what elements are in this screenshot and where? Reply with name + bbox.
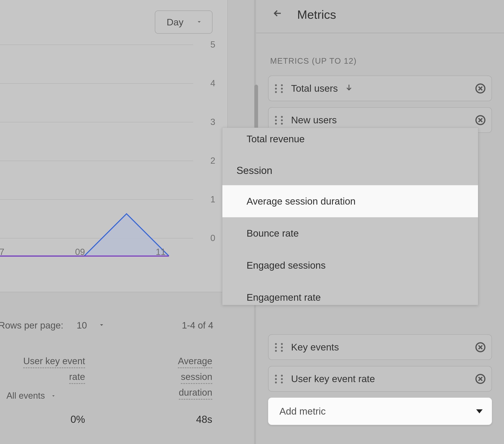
ytick: 4 [211, 78, 215, 88]
remove-metric-icon[interactable] [475, 83, 486, 93]
remove-metric-icon[interactable] [475, 115, 486, 125]
pager-row: Rows per page: 10 1-4 of 4 [0, 318, 213, 333]
ytick: 3 [211, 117, 215, 127]
drag-handle-icon[interactable]: ● ●● ●● ● [275, 374, 284, 383]
chevron-down-icon [98, 320, 105, 331]
back-arrow-icon[interactable] [272, 8, 283, 21]
drag-handle-icon[interactable]: ● ●● ●● ● [275, 343, 284, 352]
rows-per-page: Rows per page: 10 [0, 318, 107, 333]
sidebar-header: Metrics [256, 0, 504, 33]
metric-chip-key-events[interactable]: ● ●● ●● ● Key events [268, 334, 492, 360]
drag-handle-icon[interactable]: ● ●● ●● ● [275, 116, 284, 124]
rows-per-page-select[interactable]: 10 [75, 318, 107, 333]
ytick: 2 [211, 156, 215, 166]
dropdown-item-engagement-rate[interactable]: Engagement rate [222, 281, 478, 305]
metrics-count-label: METRICS (UP TO 12) [270, 56, 490, 66]
xtick: 07 [0, 247, 4, 257]
chip-label: Key events [291, 342, 339, 353]
chip-label: Total users [291, 83, 338, 94]
drag-handle-icon[interactable]: ● ●● ●● ● [275, 84, 284, 93]
chevron-down-icon [196, 17, 203, 28]
granularity-row: Day [1, 0, 219, 34]
remove-metric-icon[interactable] [475, 342, 486, 352]
xtick: 11 [156, 247, 166, 257]
dropdown-item-bounce-rate[interactable]: Bounce rate [222, 217, 478, 249]
remove-metric-icon[interactable] [475, 374, 486, 384]
metric-chip-user-key-event-rate[interactable]: ● ●● ●● ● User key event rate [268, 366, 492, 391]
table-row: 0% 48s [6, 414, 212, 425]
dropdown-item-average-session-duration[interactable]: Average session duration [222, 185, 478, 217]
plot-area: 5 4 3 2 1 0 07 09 11 [0, 44, 215, 257]
xtick: 09 [75, 247, 85, 257]
chart-card: Day 5 4 3 2 1 0 07 09 11 Rows per [0, 0, 228, 292]
metric-select-dropdown: Total revenue Session Average session du… [222, 127, 478, 305]
ytick: 5 [211, 39, 215, 50]
granularity-value: Day [166, 17, 183, 28]
cell-avg-session-duration: 48s [158, 414, 212, 425]
chip-label: User key event rate [291, 373, 375, 384]
filter-label: All events [6, 391, 45, 401]
chevron-down-icon [476, 409, 483, 413]
rows-per-page-label: Rows per page: [0, 320, 63, 331]
filter-all-events[interactable]: All events [6, 391, 85, 401]
line-plot [0, 44, 193, 257]
granularity-select[interactable]: Day [155, 11, 213, 34]
col-header-user-key-event-rate[interactable]: User key event rate All events [6, 353, 85, 401]
metric-chip-total-users[interactable]: ● ●● ●● ● Total users [268, 76, 492, 101]
chip-label: New users [291, 114, 337, 125]
chevron-down-icon [51, 391, 56, 401]
rows-per-page-value: 10 [77, 320, 87, 331]
table-header-row: User key event rate All events Average s… [6, 353, 212, 401]
ytick: 1 [211, 194, 215, 204]
add-metric-label: Add metric [279, 406, 325, 417]
dropdown-item-engaged-sessions[interactable]: Engaged sessions [222, 249, 478, 281]
sidebar-title: Metrics [297, 8, 336, 21]
ytick: 0 [211, 233, 215, 243]
sort-descending-icon[interactable] [345, 83, 353, 94]
add-metric-button[interactable]: Add metric [268, 398, 492, 425]
dropdown-item-total-revenue[interactable]: Total revenue [222, 132, 478, 151]
pager-range: 1-4 of 4 [182, 320, 213, 331]
col-header-avg-session-duration[interactable]: Average session duration [158, 353, 212, 400]
dropdown-group-session: Session [222, 151, 478, 185]
cell-user-key-event-rate: 0% [6, 414, 85, 425]
